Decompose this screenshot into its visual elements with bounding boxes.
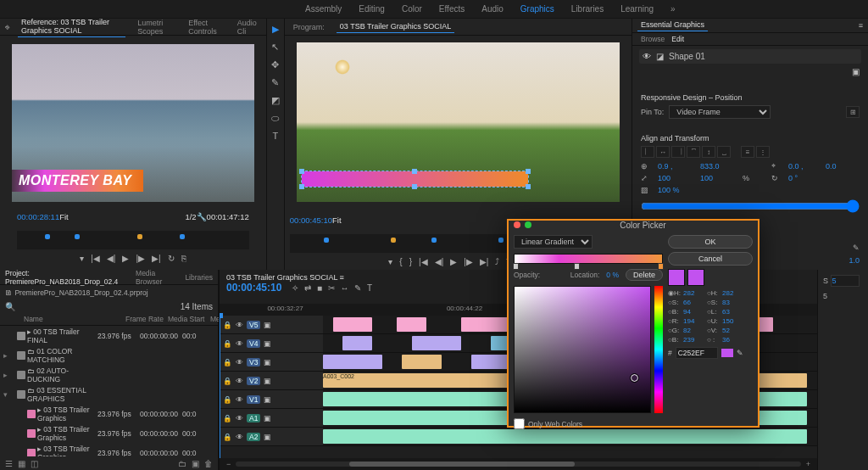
playhead[interactable] <box>220 316 220 458</box>
rgb2-g[interactable]: 52 <box>722 327 744 334</box>
hsl-s[interactable]: 83 <box>722 299 744 306</box>
program-monitor[interactable] <box>297 42 620 202</box>
clip[interactable] <box>333 317 373 332</box>
clip[interactable] <box>461 317 510 332</box>
align-top-icon[interactable]: ⎴ <box>687 146 700 158</box>
media-browser-tab[interactable]: Media Browser <box>136 269 178 286</box>
pin-to-dropdown[interactable]: Video Frame <box>669 105 771 119</box>
traffic-zoom-icon[interactable] <box>525 221 531 228</box>
zoom-in-icon[interactable]: + <box>806 460 810 468</box>
ref-timecode[interactable]: 00:00:28:11 <box>17 212 59 221</box>
timeline-timecode[interactable]: 00:00:45:10 <box>226 282 281 294</box>
project-row[interactable]: ▸ 00 TSB Trailer FINAL23.976 fps00:00:00… <box>0 326 218 345</box>
play-icon[interactable]: ▶ <box>122 254 129 263</box>
freeform-view-icon[interactable]: ◫ <box>31 459 38 468</box>
rect-tool-icon[interactable]: ◩ <box>271 95 280 106</box>
selected-shape[interactable] <box>302 171 528 187</box>
new-bin-icon[interactable]: 🗀 <box>178 459 186 468</box>
rgb2-r[interactable]: 150 <box>722 317 744 325</box>
ws-tab-libraries[interactable]: Libraries <box>571 4 604 14</box>
gradient-type-dropdown[interactable]: Linear Gradient <box>514 235 593 249</box>
eye-icon[interactable]: 👁 <box>643 52 651 61</box>
col-mediastart[interactable]: Media Start <box>168 315 210 323</box>
project-row[interactable]: ▸ 03 TSB Trailer Graphics23.976 fps00:00… <box>0 404 218 423</box>
reference-monitor[interactable]: MONTEREY BAY <box>12 44 254 202</box>
project-tab[interactable]: Project: PremierePro_NAB2018_Drop_02.4 <box>5 269 129 286</box>
step-fwd-icon[interactable]: ▶| <box>480 257 489 266</box>
ellipse-tool-icon[interactable]: ⬭ <box>271 113 279 124</box>
align-vcenter-icon[interactable]: ↕ <box>702 146 715 158</box>
eg-layer-row[interactable]: 👁 ◪ Shape 01 <box>639 49 861 64</box>
position-y[interactable]: 833.0 <box>700 162 739 171</box>
hex-input[interactable] <box>676 347 718 359</box>
rgb2-b[interactable]: 36 <box>722 336 744 344</box>
new-layer-icon[interactable]: ▣ <box>852 67 860 76</box>
ok-button[interactable]: OK <box>668 235 753 249</box>
rgb-r[interactable]: 194 <box>683 317 705 325</box>
ref-tab-audioclip[interactable]: Audio Cli <box>234 17 261 37</box>
project-row[interactable]: ▸🗀 01 COLOR MATCHING <box>0 345 218 365</box>
hsb-s[interactable]: 66 <box>683 299 705 306</box>
col-framerate[interactable]: Frame Rate <box>125 315 168 323</box>
step-back-icon[interactable]: |◀ <box>419 257 428 266</box>
ws-tab-audio[interactable]: Audio <box>481 4 504 14</box>
hsl-l[interactable]: 63 <box>722 308 744 316</box>
frame-back-icon[interactable]: ◀| <box>107 254 116 263</box>
s-input[interactable] <box>831 275 860 287</box>
ref-zoom[interactable]: 1/2 <box>185 212 196 221</box>
timeline-tool-icons[interactable]: ✧ ⇄ ■ ✂ ↔ ✎ T <box>292 283 374 293</box>
frame-fwd-icon[interactable]: |▶ <box>136 254 145 263</box>
old-color-swatch[interactable] <box>687 269 704 286</box>
zoom-out-icon[interactable]: − <box>226 460 231 468</box>
clip[interactable] <box>342 336 372 350</box>
icon-view-icon[interactable]: ▦ <box>18 459 25 468</box>
ref-tab-lumetri[interactable]: Lumetri Scopes <box>134 17 176 37</box>
clip[interactable] <box>402 355 442 369</box>
align-hcenter-icon[interactable]: ↔ <box>656 146 670 158</box>
ws-overflow-icon[interactable]: » <box>670 4 676 14</box>
marker-icon[interactable]: ⎆ <box>5 23 9 31</box>
type-tool-icon[interactable]: T <box>272 131 278 141</box>
gradient-stop-1[interactable] <box>574 263 580 270</box>
in-point-icon[interactable]: { <box>399 257 402 266</box>
ws-tab-assembly[interactable]: Assembly <box>305 4 342 14</box>
dist-v-icon[interactable]: ⋮ <box>756 146 770 158</box>
trash-icon[interactable]: 🗑 <box>204 459 213 468</box>
eg-tab-browse[interactable]: Browse <box>641 35 665 43</box>
gradient-stop-2[interactable] <box>658 263 664 270</box>
pan-tool-icon[interactable]: ✥ <box>271 59 279 70</box>
gang-icon[interactable]: ⎘ <box>181 254 186 263</box>
out-point-icon[interactable]: } <box>409 257 412 266</box>
project-row[interactable]: ▸ 03 TSB Trailer Graphics23.976 fps00:00… <box>0 443 218 456</box>
play-icon[interactable]: ▶ <box>450 257 457 266</box>
cp-eyedropper-icon[interactable]: ✎ <box>737 349 743 357</box>
cancel-button[interactable]: Cancel <box>668 252 753 266</box>
frame-fwd-icon[interactable]: |▶ <box>464 257 473 266</box>
ref-tab-effectctrl[interactable]: Effect Controls <box>185 17 225 37</box>
anchor-x[interactable]: 0.0 , <box>788 162 822 171</box>
prog-timecode[interactable]: 00:00:45:10 <box>290 215 332 225</box>
step-back-icon[interactable]: |◀ <box>91 254 100 263</box>
pen-tool-icon[interactable]: ✎ <box>271 77 279 88</box>
align-left-icon[interactable]: ⎸ <box>641 146 654 158</box>
program-title[interactable]: 03 TSB Trailer Graphics SOCIAL <box>337 20 454 33</box>
project-rows[interactable]: ▸ 00 TSB Trailer FINAL23.976 fps00:00:00… <box>0 326 218 456</box>
add-marker-icon[interactable]: ▾ <box>80 254 84 263</box>
play-indicator-icon[interactable]: ▶ <box>272 24 279 35</box>
step-fwd-icon[interactable]: ▶| <box>152 254 161 263</box>
timeline-title[interactable]: 03 TSB Trailer Graphics SOCIAL <box>226 273 337 282</box>
rgb-b[interactable]: 239 <box>683 336 705 344</box>
panel-menu-icon[interactable]: ≡ <box>859 21 863 30</box>
clip[interactable] <box>397 317 426 332</box>
search-icon[interactable]: 🔍 <box>5 302 15 311</box>
layer-name[interactable]: Shape 01 <box>669 52 705 61</box>
gradient-stop-0[interactable] <box>513 263 519 270</box>
project-row[interactable]: ▸ 03 TSB Trailer Graphics23.976 fps00:00… <box>0 423 218 443</box>
ref-mini-timeline[interactable] <box>17 231 249 249</box>
rotate-value[interactable]: 0 ° <box>788 174 822 182</box>
rgb-g[interactable]: 82 <box>683 327 705 334</box>
clip[interactable] <box>412 336 461 350</box>
ref-tab-reference[interactable]: Reference: 03 TSB Trailer Graphics SOCIA… <box>18 16 125 37</box>
scale-value[interactable]: 100 <box>658 174 697 182</box>
gradient-bar[interactable] <box>514 254 663 264</box>
